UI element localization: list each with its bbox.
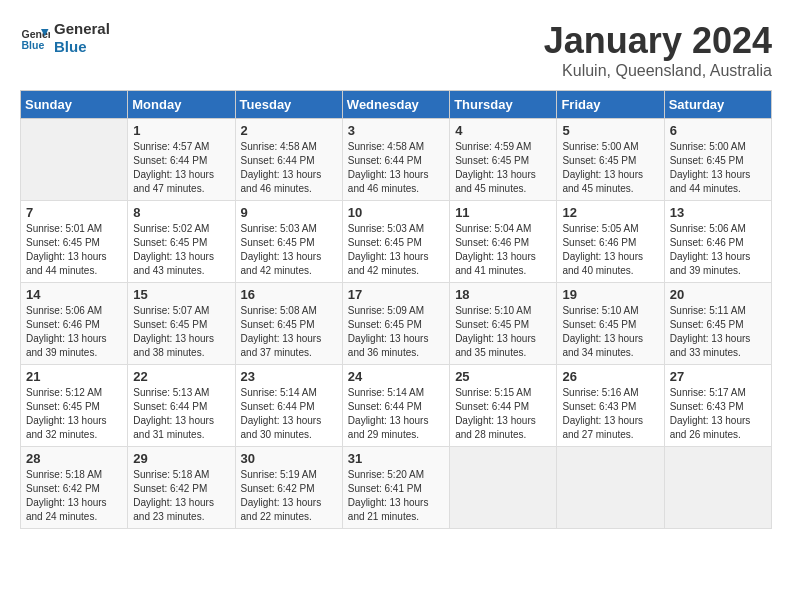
day-number: 16 xyxy=(241,287,337,302)
header-monday: Monday xyxy=(128,91,235,119)
day-info: Sunrise: 5:18 AMSunset: 6:42 PMDaylight:… xyxy=(26,468,122,524)
day-cell: 29Sunrise: 5:18 AMSunset: 6:42 PMDayligh… xyxy=(128,447,235,529)
day-number: 15 xyxy=(133,287,229,302)
day-info: Sunrise: 5:18 AMSunset: 6:42 PMDaylight:… xyxy=(133,468,229,524)
day-info: Sunrise: 5:04 AMSunset: 6:46 PMDaylight:… xyxy=(455,222,551,278)
svg-text:Blue: Blue xyxy=(22,39,45,51)
day-number: 7 xyxy=(26,205,122,220)
day-number: 1 xyxy=(133,123,229,138)
subtitle: Kuluin, Queensland, Australia xyxy=(544,62,772,80)
day-cell: 10Sunrise: 5:03 AMSunset: 6:45 PMDayligh… xyxy=(342,201,449,283)
day-info: Sunrise: 5:14 AMSunset: 6:44 PMDaylight:… xyxy=(348,386,444,442)
header-saturday: Saturday xyxy=(664,91,771,119)
header-tuesday: Tuesday xyxy=(235,91,342,119)
day-cell: 23Sunrise: 5:14 AMSunset: 6:44 PMDayligh… xyxy=(235,365,342,447)
day-number: 28 xyxy=(26,451,122,466)
day-number: 29 xyxy=(133,451,229,466)
day-number: 6 xyxy=(670,123,766,138)
day-number: 23 xyxy=(241,369,337,384)
day-cell: 19Sunrise: 5:10 AMSunset: 6:45 PMDayligh… xyxy=(557,283,664,365)
day-number: 19 xyxy=(562,287,658,302)
header-sunday: Sunday xyxy=(21,91,128,119)
day-number: 17 xyxy=(348,287,444,302)
day-number: 8 xyxy=(133,205,229,220)
day-info: Sunrise: 5:19 AMSunset: 6:42 PMDaylight:… xyxy=(241,468,337,524)
day-info: Sunrise: 5:03 AMSunset: 6:45 PMDaylight:… xyxy=(348,222,444,278)
day-number: 18 xyxy=(455,287,551,302)
day-number: 10 xyxy=(348,205,444,220)
day-cell xyxy=(664,447,771,529)
day-info: Sunrise: 4:58 AMSunset: 6:44 PMDaylight:… xyxy=(348,140,444,196)
day-info: Sunrise: 5:10 AMSunset: 6:45 PMDaylight:… xyxy=(562,304,658,360)
day-cell: 14Sunrise: 5:06 AMSunset: 6:46 PMDayligh… xyxy=(21,283,128,365)
header-wednesday: Wednesday xyxy=(342,91,449,119)
day-info: Sunrise: 5:17 AMSunset: 6:43 PMDaylight:… xyxy=(670,386,766,442)
day-cell: 31Sunrise: 5:20 AMSunset: 6:41 PMDayligh… xyxy=(342,447,449,529)
day-info: Sunrise: 5:06 AMSunset: 6:46 PMDaylight:… xyxy=(670,222,766,278)
logo-line2: Blue xyxy=(54,38,110,56)
day-cell: 1Sunrise: 4:57 AMSunset: 6:44 PMDaylight… xyxy=(128,119,235,201)
day-number: 27 xyxy=(670,369,766,384)
day-cell xyxy=(21,119,128,201)
day-info: Sunrise: 5:14 AMSunset: 6:44 PMDaylight:… xyxy=(241,386,337,442)
day-number: 14 xyxy=(26,287,122,302)
day-cell: 6Sunrise: 5:00 AMSunset: 6:45 PMDaylight… xyxy=(664,119,771,201)
day-number: 26 xyxy=(562,369,658,384)
day-info: Sunrise: 5:07 AMSunset: 6:45 PMDaylight:… xyxy=(133,304,229,360)
day-number: 4 xyxy=(455,123,551,138)
day-info: Sunrise: 5:00 AMSunset: 6:45 PMDaylight:… xyxy=(670,140,766,196)
day-cell: 12Sunrise: 5:05 AMSunset: 6:46 PMDayligh… xyxy=(557,201,664,283)
week-row-5: 28Sunrise: 5:18 AMSunset: 6:42 PMDayligh… xyxy=(21,447,772,529)
day-info: Sunrise: 5:00 AMSunset: 6:45 PMDaylight:… xyxy=(562,140,658,196)
day-cell xyxy=(450,447,557,529)
day-cell: 24Sunrise: 5:14 AMSunset: 6:44 PMDayligh… xyxy=(342,365,449,447)
day-info: Sunrise: 5:05 AMSunset: 6:46 PMDaylight:… xyxy=(562,222,658,278)
header-thursday: Thursday xyxy=(450,91,557,119)
day-info: Sunrise: 5:12 AMSunset: 6:45 PMDaylight:… xyxy=(26,386,122,442)
day-info: Sunrise: 5:09 AMSunset: 6:45 PMDaylight:… xyxy=(348,304,444,360)
day-cell: 5Sunrise: 5:00 AMSunset: 6:45 PMDaylight… xyxy=(557,119,664,201)
day-cell: 28Sunrise: 5:18 AMSunset: 6:42 PMDayligh… xyxy=(21,447,128,529)
logo: General Blue General Blue xyxy=(20,20,110,56)
day-cell: 18Sunrise: 5:10 AMSunset: 6:45 PMDayligh… xyxy=(450,283,557,365)
day-info: Sunrise: 5:01 AMSunset: 6:45 PMDaylight:… xyxy=(26,222,122,278)
week-row-2: 7Sunrise: 5:01 AMSunset: 6:45 PMDaylight… xyxy=(21,201,772,283)
day-info: Sunrise: 5:11 AMSunset: 6:45 PMDaylight:… xyxy=(670,304,766,360)
day-cell: 3Sunrise: 4:58 AMSunset: 6:44 PMDaylight… xyxy=(342,119,449,201)
day-cell: 9Sunrise: 5:03 AMSunset: 6:45 PMDaylight… xyxy=(235,201,342,283)
day-cell: 16Sunrise: 5:08 AMSunset: 6:45 PMDayligh… xyxy=(235,283,342,365)
day-cell: 7Sunrise: 5:01 AMSunset: 6:45 PMDaylight… xyxy=(21,201,128,283)
day-number: 11 xyxy=(455,205,551,220)
day-number: 3 xyxy=(348,123,444,138)
logo-line1: General xyxy=(54,20,110,38)
title-section: January 2024 Kuluin, Queensland, Austral… xyxy=(544,20,772,80)
day-cell: 11Sunrise: 5:04 AMSunset: 6:46 PMDayligh… xyxy=(450,201,557,283)
main-title: January 2024 xyxy=(544,20,772,62)
day-cell: 25Sunrise: 5:15 AMSunset: 6:44 PMDayligh… xyxy=(450,365,557,447)
day-info: Sunrise: 5:08 AMSunset: 6:45 PMDaylight:… xyxy=(241,304,337,360)
day-number: 21 xyxy=(26,369,122,384)
day-number: 31 xyxy=(348,451,444,466)
day-number: 2 xyxy=(241,123,337,138)
day-info: Sunrise: 5:13 AMSunset: 6:44 PMDaylight:… xyxy=(133,386,229,442)
day-cell: 26Sunrise: 5:16 AMSunset: 6:43 PMDayligh… xyxy=(557,365,664,447)
day-number: 30 xyxy=(241,451,337,466)
day-number: 20 xyxy=(670,287,766,302)
day-number: 24 xyxy=(348,369,444,384)
day-cell: 30Sunrise: 5:19 AMSunset: 6:42 PMDayligh… xyxy=(235,447,342,529)
day-info: Sunrise: 4:59 AMSunset: 6:45 PMDaylight:… xyxy=(455,140,551,196)
day-cell: 15Sunrise: 5:07 AMSunset: 6:45 PMDayligh… xyxy=(128,283,235,365)
day-number: 22 xyxy=(133,369,229,384)
day-info: Sunrise: 5:16 AMSunset: 6:43 PMDaylight:… xyxy=(562,386,658,442)
day-cell: 22Sunrise: 5:13 AMSunset: 6:44 PMDayligh… xyxy=(128,365,235,447)
day-info: Sunrise: 5:20 AMSunset: 6:41 PMDaylight:… xyxy=(348,468,444,524)
day-info: Sunrise: 4:57 AMSunset: 6:44 PMDaylight:… xyxy=(133,140,229,196)
day-cell: 4Sunrise: 4:59 AMSunset: 6:45 PMDaylight… xyxy=(450,119,557,201)
day-cell: 8Sunrise: 5:02 AMSunset: 6:45 PMDaylight… xyxy=(128,201,235,283)
week-row-3: 14Sunrise: 5:06 AMSunset: 6:46 PMDayligh… xyxy=(21,283,772,365)
day-number: 25 xyxy=(455,369,551,384)
day-cell xyxy=(557,447,664,529)
logo-icon: General Blue xyxy=(20,23,50,53)
day-cell: 21Sunrise: 5:12 AMSunset: 6:45 PMDayligh… xyxy=(21,365,128,447)
day-cell: 17Sunrise: 5:09 AMSunset: 6:45 PMDayligh… xyxy=(342,283,449,365)
